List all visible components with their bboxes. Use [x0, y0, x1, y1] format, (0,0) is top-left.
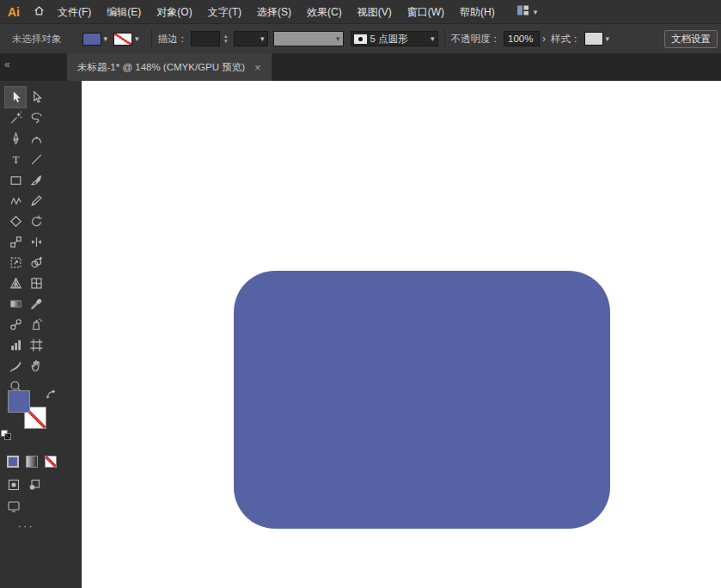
chevron-down-icon: ▾: [135, 34, 139, 43]
control-bar: 未选择对象 ▾ ▾ 描边： ▴ ▾ ▾ ▾ 5 点圆形: [0, 24, 721, 53]
panel-collapse-button[interactable]: «: [4, 58, 10, 70]
draw-behind-icon[interactable]: [27, 478, 41, 495]
fill-color-swatch[interactable]: [82, 33, 101, 46]
rotate-tool[interactable]: [26, 211, 46, 231]
magic-wand-tool[interactable]: [5, 107, 26, 128]
perspective-grid-tool[interactable]: [5, 273, 26, 293]
free-transform-tool[interactable]: [5, 252, 26, 273]
artboard-tool[interactable]: [26, 334, 46, 355]
menu-object[interactable]: 对象(O): [149, 0, 199, 24]
eyedropper-tool[interactable]: [26, 293, 46, 314]
stepper-arrows[interactable]: ▴ ▾: [224, 34, 228, 44]
pencil-tool[interactable]: [26, 190, 46, 211]
paintbrush-tool[interactable]: [26, 169, 46, 190]
menu-effect[interactable]: 效果(C): [299, 0, 350, 24]
hand-tool[interactable]: [26, 355, 46, 376]
line-segment-tool[interactable]: [26, 149, 46, 169]
default-fill-stroke-icon[interactable]: [1, 430, 14, 443]
tools-grid: T: [5, 87, 46, 396]
separator: [444, 29, 445, 48]
chevron-down-icon: ▾: [336, 34, 340, 43]
direct-selection-tool[interactable]: [26, 87, 46, 107]
document-setup-button[interactable]: 文档设置: [664, 30, 718, 48]
workspace-switcher[interactable]: ▾: [516, 4, 538, 19]
menu-help[interactable]: 帮助(H): [452, 0, 503, 24]
home-button[interactable]: [27, 4, 50, 20]
default-stroke-swatch: [4, 433, 11, 440]
brush-name: 5 点圆形: [370, 33, 431, 46]
menu-type[interactable]: 文字(T): [200, 0, 249, 24]
stroke-color-picker[interactable]: ▾: [113, 33, 139, 46]
chevron-down-icon: ▾: [534, 8, 538, 16]
shape-builder-tool[interactable]: [26, 252, 46, 273]
lasso-tool[interactable]: [26, 107, 46, 128]
paint-mode-buttons: [7, 456, 57, 468]
shaper-tool[interactable]: [5, 190, 26, 211]
style-label: 样式：: [551, 33, 581, 46]
chevron-down-icon: ▾: [104, 34, 108, 43]
svg-text:T: T: [12, 152, 19, 165]
type-tool[interactable]: T: [5, 149, 26, 169]
close-icon[interactable]: ×: [254, 61, 261, 74]
column-graph-tool[interactable]: [5, 334, 26, 355]
tools-panel: T: [0, 81, 82, 588]
edit-toolbar-button[interactable]: ···: [5, 519, 46, 532]
menu-file[interactable]: 文件(F): [50, 0, 99, 24]
screen-mode-button[interactable]: [7, 499, 21, 517]
stroke-weight-label: 描边：: [158, 33, 188, 46]
opacity-label: 不透明度：: [451, 33, 501, 46]
scale-tool[interactable]: [5, 231, 26, 252]
document-tab[interactable]: 未标题-1* @ 148% (CMYK/GPU 预览) ×: [67, 53, 272, 81]
rounded-rectangle-shape[interactable]: [234, 271, 610, 529]
opacity-panel-button[interactable]: ›: [542, 33, 546, 45]
pen-tool[interactable]: [5, 128, 26, 149]
stroke-color-swatch[interactable]: [113, 33, 132, 46]
blend-tool[interactable]: [5, 314, 26, 334]
width-tool[interactable]: [26, 231, 46, 252]
workspace-icon: [516, 4, 529, 19]
opacity-field[interactable]: 100%: [504, 31, 540, 46]
menu-view[interactable]: 视图(V): [350, 0, 400, 24]
chevron-down-icon: ▾: [431, 34, 435, 43]
swap-fill-stroke-icon[interactable]: [46, 388, 57, 403]
stroke-weight-field[interactable]: [191, 31, 220, 46]
curvature-tool[interactable]: [26, 128, 46, 149]
selection-status: 未选择对象: [12, 33, 62, 46]
drawing-mode-buttons: [7, 478, 41, 495]
document-tab-title: 未标题-1* @ 148% (CMYK/GPU 预览): [77, 61, 245, 74]
menu-window[interactable]: 窗口(W): [400, 0, 452, 24]
menu-edit[interactable]: 编辑(E): [99, 0, 149, 24]
document-tab-bar: « 未标题-1* @ 148% (CMYK/GPU 预览) ×: [0, 53, 721, 81]
app-logo: Ai: [0, 5, 27, 19]
rectangle-tool[interactable]: [5, 169, 26, 190]
home-icon: [33, 4, 46, 20]
fill-color-picker[interactable]: ▾: [82, 33, 108, 46]
selection-tool[interactable]: [5, 87, 26, 107]
separator: [151, 29, 152, 48]
step-down-icon: ▾: [224, 39, 228, 44]
style-dropdown[interactable]: ▾: [584, 32, 610, 46]
mesh-tool[interactable]: [26, 273, 46, 293]
brush-preview-icon: [354, 34, 367, 44]
fill-proxy[interactable]: [8, 390, 30, 413]
chevron-down-icon: ▾: [260, 34, 265, 43]
gradient-tool[interactable]: [5, 293, 26, 314]
symbol-sprayer-tool[interactable]: [26, 314, 46, 334]
draw-normal-icon[interactable]: [7, 478, 21, 495]
stroke-weight-dropdown[interactable]: ▾: [234, 31, 268, 46]
menu-select[interactable]: 选择(S): [249, 0, 299, 24]
width-profile-dropdown[interactable]: ▾: [273, 31, 344, 46]
style-swatch: [584, 32, 603, 46]
fill-stroke-indicator: [8, 390, 59, 440]
illustrator-window: Ai 文件(F) 编辑(E) 对象(O) 文字(T) 选择(S) 效果(C) 视…: [0, 0, 721, 588]
artboard-canvas[interactable]: [82, 81, 721, 588]
gradient-button[interactable]: [26, 456, 38, 468]
stroke-weight-stepper[interactable]: ▴ ▾: [191, 31, 228, 46]
brush-definition-dropdown[interactable]: 5 点圆形 ▾: [351, 31, 438, 46]
slice-tool[interactable]: [5, 355, 26, 376]
menu-bar: Ai 文件(F) 编辑(E) 对象(O) 文字(T) 选择(S) 效果(C) 视…: [0, 0, 721, 24]
chevron-down-icon: ▾: [606, 34, 610, 43]
eraser-tool[interactable]: [5, 211, 26, 231]
color-button[interactable]: [7, 456, 19, 468]
none-button[interactable]: [45, 456, 57, 468]
